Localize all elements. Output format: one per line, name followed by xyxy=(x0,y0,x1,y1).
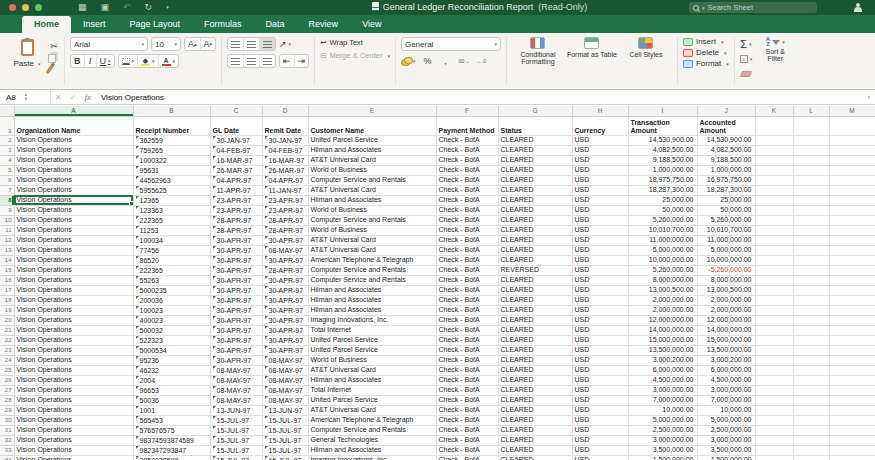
merge-center-button[interactable]: ⊟Merge & Center ▾ xyxy=(320,51,390,60)
cell[interactable]: 8,000,000.00 xyxy=(628,275,697,285)
cell[interactable]: 18,975,750.00 xyxy=(628,175,697,185)
empty-cell[interactable] xyxy=(793,205,829,215)
header-cell[interactable]: Remit Date xyxy=(262,116,308,135)
sort-filter-button[interactable]: AZ ▾ Sort & Filter xyxy=(758,37,792,85)
cell[interactable]: 3,500,000.00 xyxy=(697,445,755,455)
cell[interactable]: 08-MAY-97 xyxy=(262,395,308,405)
cell[interactable]: AT&T Universal Card xyxy=(308,235,436,245)
cell[interactable]: CLEARED xyxy=(498,375,572,385)
cell[interactable]: 30-APR-97 xyxy=(262,325,308,335)
cell[interactable]: 5,260,000.00 xyxy=(628,215,697,225)
cell[interactable]: 50,000.00 xyxy=(628,205,697,215)
cell[interactable]: Check - BofA xyxy=(436,325,498,335)
empty-cell[interactable] xyxy=(829,415,875,425)
cell[interactable]: USD xyxy=(572,385,628,395)
cell[interactable]: 30-APR-97 xyxy=(262,315,308,325)
cell[interactable]: Imaging Innovations, Inc. xyxy=(308,455,436,460)
cell[interactable]: 15-JUL-97 xyxy=(210,425,262,435)
cell[interactable]: USD xyxy=(572,165,628,175)
autosum-button[interactable]: Σ▾ xyxy=(740,37,752,50)
row-number[interactable]: 12 xyxy=(0,235,14,245)
cell[interactable]: 15-JUL-97 xyxy=(262,415,308,425)
cell[interactable]: World of Business xyxy=(308,205,436,215)
empty-cell[interactable] xyxy=(829,365,875,375)
cell[interactable]: Check - BofA xyxy=(436,145,498,155)
empty-cell[interactable] xyxy=(793,155,829,165)
empty-cell[interactable] xyxy=(793,265,829,275)
empty-cell[interactable] xyxy=(755,285,793,295)
cell[interactable]: USD xyxy=(572,315,628,325)
cell[interactable]: 3,000,200.00 xyxy=(697,355,755,365)
align-center-icon[interactable] xyxy=(244,55,260,67)
row-number[interactable]: 5 xyxy=(0,165,14,175)
empty-cell[interactable] xyxy=(755,185,793,195)
header-cell[interactable]: Transaction Amount xyxy=(628,116,697,135)
cell[interactable]: 400023 xyxy=(133,315,210,325)
row-number[interactable]: 34 xyxy=(0,455,14,460)
cell[interactable]: USD xyxy=(572,155,628,165)
column-header-M[interactable]: M xyxy=(829,106,875,116)
cell[interactable]: AT&T Universal Card xyxy=(308,245,436,255)
cell[interactable]: General Technologies xyxy=(308,435,436,445)
header-cell[interactable]: Receipt Number xyxy=(133,116,210,135)
cell[interactable]: 576576575 xyxy=(133,425,210,435)
empty-cell[interactable] xyxy=(829,445,875,455)
top-align-icon[interactable] xyxy=(228,38,244,50)
cell[interactable]: Check - BofA xyxy=(436,305,498,315)
cell[interactable]: USD xyxy=(572,335,628,345)
cell[interactable]: 18,287,300.00 xyxy=(628,185,697,195)
cell[interactable]: CLEARED xyxy=(498,315,572,325)
cell[interactable]: CLEARED xyxy=(498,145,572,155)
column-header-G[interactable]: G xyxy=(498,106,572,116)
cell[interactable]: CLEARED xyxy=(498,335,572,345)
cell[interactable]: 16-MAR-97 xyxy=(210,155,262,165)
cell[interactable]: 96653 xyxy=(133,385,210,395)
empty-cell[interactable] xyxy=(793,245,829,255)
column-header-H[interactable]: H xyxy=(572,106,628,116)
cell[interactable]: 08-MAY-97 xyxy=(210,385,262,395)
name-box[interactable]: A8 ▲▼ xyxy=(0,90,46,104)
row-number[interactable]: 6 xyxy=(0,175,14,185)
conditional-formatting-button[interactable]: Conditional Formatting xyxy=(512,37,564,85)
close-window-button[interactable] xyxy=(9,4,16,11)
empty-cell[interactable] xyxy=(829,265,875,275)
cell[interactable]: 08-MAY-97 xyxy=(262,385,308,395)
cell[interactable]: CLEARED xyxy=(498,235,572,245)
cell[interactable]: Check - BofA xyxy=(436,455,498,460)
cell[interactable]: 11,000,000.00 xyxy=(628,235,697,245)
cell[interactable]: Vision Operations xyxy=(14,375,133,385)
cell[interactable]: 28-APR-97 xyxy=(262,215,308,225)
cell[interactable]: Computer Service and Rentals xyxy=(308,425,436,435)
row-number[interactable]: 26 xyxy=(0,375,14,385)
column-header-L[interactable]: L xyxy=(793,106,829,116)
empty-cell[interactable] xyxy=(793,116,829,135)
cell[interactable]: Check - BofA xyxy=(436,225,498,235)
cell[interactable]: 30-APR-97 xyxy=(210,265,262,275)
cell[interactable]: United Parcel Service xyxy=(308,135,436,145)
cell[interactable]: Check - BofA xyxy=(436,265,498,275)
empty-cell[interactable] xyxy=(755,335,793,345)
formula-bar-value[interactable]: Vision Operations xyxy=(101,93,164,102)
cell[interactable]: 30-APR-97 xyxy=(262,255,308,265)
cell[interactable]: Hilman and Associates xyxy=(308,375,436,385)
cell[interactable]: 759265 xyxy=(133,145,210,155)
row-number[interactable]: 33 xyxy=(0,445,14,455)
cell[interactable]: 08-MAY-97 xyxy=(210,395,262,405)
cell[interactable]: USD xyxy=(572,175,628,185)
empty-cell[interactable] xyxy=(755,325,793,335)
cell[interactable]: 14,530,900.00 xyxy=(697,135,755,145)
cell[interactable]: 7,000,000.00 xyxy=(628,395,697,405)
cell[interactable]: CLEARED xyxy=(498,425,572,435)
row-number[interactable]: 32 xyxy=(0,435,14,445)
cell[interactable]: Check - BofA xyxy=(436,275,498,285)
cell[interactable]: 8,000,000.00 xyxy=(697,275,755,285)
empty-cell[interactable] xyxy=(829,355,875,365)
cell[interactable]: CLEARED xyxy=(498,325,572,335)
cell[interactable]: CLEARED xyxy=(498,445,572,455)
cell[interactable]: Vision Operations xyxy=(14,145,133,155)
cell[interactable]: 6,000,000.00 xyxy=(697,365,755,375)
row-number[interactable]: 19 xyxy=(0,305,14,315)
empty-cell[interactable] xyxy=(793,295,829,305)
cell[interactable]: 50,000.00 xyxy=(697,205,755,215)
cell[interactable]: 5000235 xyxy=(133,285,210,295)
